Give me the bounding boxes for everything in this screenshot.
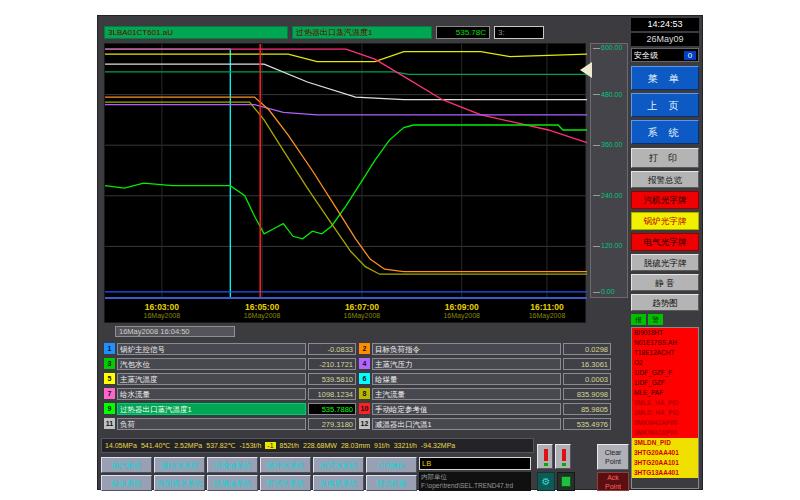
- alarm-tab[interactable]: 报: [631, 314, 646, 325]
- point-tag-field[interactable]: 3LBA01CT601.aU: [104, 26, 288, 39]
- pen-marker-button-2[interactable]: [555, 444, 571, 469]
- alarm-item[interactable]: 3HTG20AA401: [632, 448, 698, 458]
- alarm-item[interactable]: O2: [632, 358, 698, 368]
- alarm-item[interactable]: N01E17SS.AH: [632, 338, 698, 348]
- legend-row[interactable]: 3汽包水位-210.1721: [104, 357, 356, 370]
- pen-base-icon: [544, 463, 548, 466]
- nav-button-r2c3[interactable]: 抗燃油系统: [207, 475, 258, 491]
- legend-row[interactable]: 9过热器出口蒸汽温度1535.7880: [104, 402, 356, 415]
- sidebar-button-blue[interactable]: 系 统: [631, 120, 699, 144]
- pen-value: 535.7880: [308, 403, 356, 415]
- tool-button[interactable]: ⚙: [537, 472, 555, 491]
- legend-row[interactable]: 11负荷279.3180: [104, 417, 356, 430]
- pen-label: 过热器出口蒸汽温度1: [117, 403, 306, 415]
- legend-column-right: 2目标负荷指令0.02984主蒸汽压力16.30616给煤量0.00038主汽流…: [359, 342, 611, 432]
- sidebar-button-gray[interactable]: 报警总览: [631, 171, 699, 188]
- scale-tick-label: 360.00: [601, 141, 622, 148]
- trend-curve: [105, 52, 587, 62]
- trend-curve: [105, 49, 230, 297]
- scale-tick-label: 480.00: [601, 91, 622, 98]
- clear-point-button[interactable]: ClearPoint: [597, 444, 629, 470]
- alarm-item[interactable]: 3HTG13AA401: [632, 468, 698, 478]
- trend-chart-panel[interactable]: 16:03:0016May200816:05:0016May200816:07:…: [104, 43, 586, 323]
- alarm-item[interactable]: T18E12ACHT: [632, 348, 698, 358]
- time-tick-date: 16May2008: [327, 312, 397, 319]
- legend-row[interactable]: 4主蒸汽压力16.3061: [359, 357, 611, 370]
- grid-toggle-button[interactable]: [557, 472, 575, 491]
- nav-button-r2c1[interactable]: 给水系统: [101, 475, 152, 491]
- nav-button-r2c6[interactable]: 疑点检修: [366, 475, 417, 491]
- pen-label: 主蒸汽温度: [117, 373, 306, 385]
- time-tick-time: 16:07:00: [327, 302, 397, 312]
- security-level-field: 安全级 0: [631, 48, 699, 62]
- alarm-item[interactable]: 3MLE_HA_PID: [632, 398, 698, 408]
- time-tick-time: 16:03:00: [127, 302, 197, 312]
- legend-row[interactable]: 10手动给定参考值85.9805: [359, 402, 611, 415]
- nav-button-r1c1[interactable]: 抽汽系统: [101, 457, 152, 473]
- nav-button-r2c4[interactable]: 开式水系统: [260, 475, 311, 491]
- legend-row[interactable]: 7给水流量1098.1234: [104, 387, 356, 400]
- pen-color-chip: 7: [104, 388, 115, 399]
- value-scale-bar[interactable]: 600.00480.00360.00240.00120.000.00: [590, 43, 628, 298]
- nav-button-r1c5[interactable]: 闭式水系统: [313, 457, 364, 473]
- pen-value: 1098.1234: [308, 388, 356, 400]
- scale-tick-mark: [593, 145, 600, 146]
- pen-label: 主蒸汽压力: [372, 358, 561, 370]
- sidebar-button-red[interactable]: 电气光字牌: [631, 233, 699, 251]
- alarm-item[interactable]: 3MKW42AP00: [632, 428, 698, 438]
- sidebar-button-gray[interactable]: 静 音: [631, 274, 699, 291]
- alarm-item[interactable]: BI9018HT: [632, 328, 698, 338]
- alarm-item[interactable]: 3MLDN_PID: [632, 438, 698, 448]
- legend-row[interactable]: 1锅炉主控信号-0.0833: [104, 342, 356, 355]
- legend-row[interactable]: 2目标负荷指令0.0298: [359, 342, 611, 355]
- alarm-tab[interactable]: 警: [648, 314, 663, 325]
- sidebar-button-gray[interactable]: 脱硫光字牌: [631, 254, 699, 271]
- command-input[interactable]: LB: [419, 457, 531, 470]
- legend-row[interactable]: 5主蒸汽温度539.5810: [104, 372, 356, 385]
- time-tick-date: 16May2008: [227, 312, 297, 319]
- nav-button-r1c2[interactable]: 凝结水系统: [154, 457, 205, 473]
- aux-field[interactable]: 3:: [494, 26, 544, 39]
- scale-tick-mark: [593, 246, 600, 247]
- point-value-field: 535.78C: [436, 26, 490, 39]
- right-sidebar: 14:24:53 26May09 安全级 0 菜 单上 页系 统打 印报警总览汽…: [631, 18, 699, 489]
- alarm-item[interactable]: 3HTG20AA101: [632, 458, 698, 468]
- alarm-list[interactable]: BI9018HTN01E17SS.AHT18E12ACHTO21IDF_GZF_…: [631, 327, 699, 489]
- legend-row[interactable]: 8主汽流量835.9098: [359, 387, 611, 400]
- pen-label: 给煤量: [372, 373, 561, 385]
- sidebar-button-gray-big[interactable]: 打 印: [631, 148, 699, 168]
- nav-button-r1c6[interactable]: CO操作: [366, 457, 417, 473]
- alarm-item[interactable]: 3MKW42AP00: [632, 418, 698, 428]
- nav-button-r1c4[interactable]: 循环水系统: [260, 457, 311, 473]
- nav-button-r2c2[interactable]: 高加疏水系统: [154, 475, 205, 491]
- legend-row[interactable]: 12减温器出口汽温1535.4976: [359, 417, 611, 430]
- ack-point-button[interactable]: AckPoint: [597, 472, 629, 491]
- sidebar-button-blue[interactable]: 菜 单: [631, 66, 699, 90]
- sidebar-button-yellow[interactable]: 锅炉光字牌: [631, 212, 699, 230]
- scale-pointer-icon[interactable]: [580, 62, 592, 78]
- pen-value: 279.3180: [308, 418, 356, 430]
- alarm-item[interactable]: 1IDF_GZF: [632, 378, 698, 388]
- trend-file-info: 内部单位 F:\oper\trend\SEL.TREND47.trd: [419, 472, 531, 491]
- wrench-icon: ⚙: [538, 473, 554, 490]
- pen-marker-button-1[interactable]: [537, 444, 553, 469]
- time-tick: 16:05:0016May2008: [227, 302, 297, 319]
- legend-row[interactable]: 6给煤量0.0003: [359, 372, 611, 385]
- status-segment: 3321t/h: [394, 442, 417, 449]
- alarm-tabs: 报警: [631, 314, 699, 325]
- alarm-item[interactable]: MLE_PAF: [632, 388, 698, 398]
- sidebar-button-blue[interactable]: 上 页: [631, 93, 699, 117]
- sidebar-button-red[interactable]: 汽机光字牌: [631, 191, 699, 209]
- sidebar-button-gray[interactable]: 趋势图: [631, 294, 699, 311]
- nav-button-r2c5[interactable]: 发电机系统: [313, 475, 364, 491]
- pen-color-chip: 8: [359, 388, 370, 399]
- status-segment: 91t/h: [374, 442, 390, 449]
- alarm-item[interactable]: 3MLD_HA_PID: [632, 408, 698, 418]
- nav-button-r1c3[interactable]: 润滑油系统: [207, 457, 258, 473]
- alarm-item[interactable]: 1IDF_GZF_F: [632, 368, 698, 378]
- time-tick-time: 16:09:00: [427, 302, 497, 312]
- trend-chart[interactable]: [105, 44, 587, 297]
- scale-tick-mark: [593, 48, 600, 49]
- pen-value: 0.0298: [563, 343, 611, 355]
- point-desc-field[interactable]: 过热器出口蒸汽温度1: [292, 26, 432, 39]
